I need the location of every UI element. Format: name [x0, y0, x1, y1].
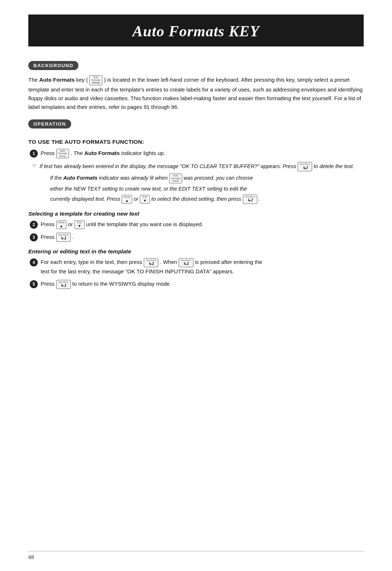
new-block-key-note2: New Block ↳J: [243, 195, 257, 204]
end-key-step2: End ▼: [74, 220, 85, 229]
note-2-line1: If the Auto Formats indicator was alread…: [50, 174, 364, 183]
note-1: ☞ If text has already been entered in th…: [32, 162, 364, 171]
page-footer: 88: [28, 551, 364, 560]
title-block: Auto Formats KEY: [28, 15, 364, 46]
press-label: Press: [41, 150, 56, 156]
step-5-number: 5: [30, 280, 38, 288]
step-5-content: Press New Block ↳J to return to the WYSI…: [41, 280, 364, 289]
background-text: The Auto Formats key ( AutoFormats Stamp…: [28, 75, 364, 111]
auto-formats-key-note2: AutoFormats Stamp: [169, 174, 182, 183]
background-badge: BACKGROUND: [28, 61, 78, 70]
step-3-content: Press New Block ↳J .: [41, 233, 364, 242]
operation-badge: OPERATION: [28, 119, 71, 129]
note-1-text: If text has already been entered in the …: [40, 162, 354, 171]
step-1-number: 1: [30, 150, 38, 158]
background-section: BACKGROUND The Auto Formats key ( AutoFo…: [28, 60, 364, 111]
note-2: If the Auto Formats indicator was alread…: [39, 174, 364, 204]
entering-heading: Entering or editing text in the template: [28, 248, 364, 255]
step-2-content: Press Home ▲ or End ▼ until the template…: [41, 220, 364, 229]
auto-formats-key-inline: AutoFormats Stamp: [89, 75, 102, 85]
step-4-content: For each entry, type in the text, then p…: [41, 258, 364, 276]
home-key-note2: Home ▲: [122, 195, 132, 204]
use-auto-formats-heading: TO USE THE AUTO FORMATS FUNCTION:: [28, 139, 364, 145]
step-2-number: 2: [30, 221, 38, 229]
step-3-number: 3: [30, 233, 38, 241]
new-block-key-step4b: New Block ↳J: [179, 258, 193, 268]
auto-formats-key-step1: AutoFormats Stamp: [56, 149, 69, 159]
new-block-key-step5: New Block ↳J: [56, 280, 71, 289]
step-3: 3 Press New Block ↳J .: [30, 233, 364, 242]
step-4: 4 For each entry, type in the text, then…: [30, 258, 364, 276]
step-5: 5 Press New Block ↳J to return to the WY…: [30, 280, 364, 289]
page-number: 88: [28, 554, 34, 560]
new-block-key-note1: New Block ↳J: [298, 162, 312, 171]
page-title: Auto Formats KEY: [36, 23, 356, 40]
step-1-content: Press AutoFormats Stamp . The Auto Forma…: [41, 149, 364, 159]
page: Auto Formats KEY BACKGROUND The Auto For…: [0, 0, 392, 571]
new-block-key-step3: New Block ↳J: [56, 233, 71, 242]
end-key-note2: End ▼: [140, 195, 150, 204]
note-2-line3: currently displayed text. Press Home ▲ o…: [50, 195, 364, 204]
operation-section: OPERATION TO USE THE AUTO FORMATS FUNCTI…: [28, 118, 364, 289]
selecting-heading: Selecting a template for creating new te…: [28, 211, 364, 217]
new-block-key-step4a: New Block ↳J: [144, 258, 158, 268]
note-bullet-icon-1: ☞: [32, 162, 37, 169]
step-2: 2 Press Home ▲ or End ▼ until the templa…: [30, 220, 364, 229]
note-2-line2: either the NEW TEXT setting to create ne…: [50, 185, 364, 193]
home-key-step2: Home ▲: [56, 220, 67, 229]
step-4-number: 4: [30, 258, 38, 266]
step-1: 1 Press AutoFormats Stamp . The Auto For…: [30, 149, 364, 159]
